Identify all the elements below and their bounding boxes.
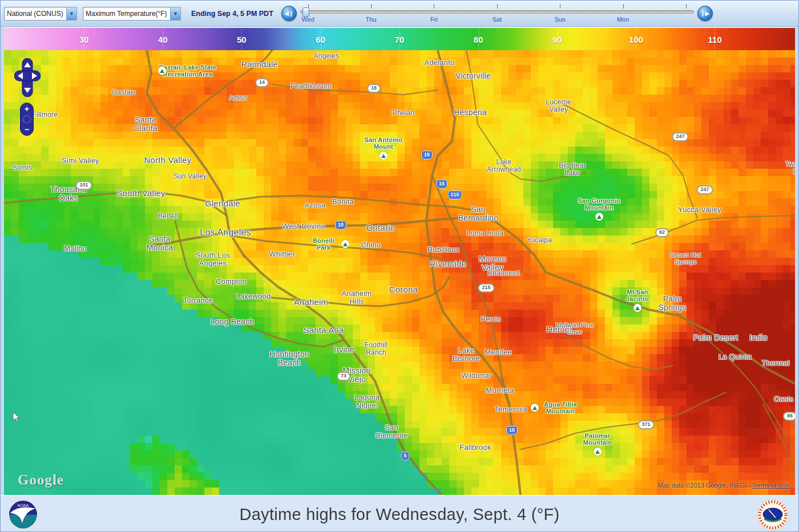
city-label-indio: Indio <box>749 334 767 342</box>
city-label-torrance: Torrance <box>183 297 213 304</box>
city-label-malibu: Malibu <box>64 245 87 253</box>
map-attribution: Map data ©2013 Google, INEGI - Terms of … <box>658 482 789 489</box>
nature-label-agua-tibia-mountain: Agua Tibia Mountain <box>544 401 577 415</box>
city-label-palmdale: Palmdale <box>241 60 278 70</box>
city-label-azusa: Azusa <box>304 201 325 209</box>
city-label-oasis: Oasis <box>774 395 793 403</box>
city-label-fallbrook: Fallbrook <box>459 444 491 452</box>
city-label-beaumont: Beaumont <box>488 270 520 277</box>
city-label-compton: Compton <box>216 278 247 286</box>
route-shield-247: 247 <box>696 185 713 194</box>
city-label-san-bernardino: San Bernardino <box>458 205 499 223</box>
legend-tick-label: 90 <box>552 34 562 44</box>
route-shield-86: 86 <box>783 412 795 421</box>
zoom-in-button[interactable]: + <box>25 105 29 112</box>
nature-label-bonelli-park: Bonelli Park <box>313 237 334 251</box>
zoom-reset-globe-icon[interactable] <box>23 115 31 123</box>
route-shield-215: 215 <box>478 283 494 293</box>
slider-day-sun: Sun <box>554 16 566 23</box>
park-icon <box>158 67 166 75</box>
element-dropdown[interactable]: Maximum Temperature(°F) ▼ <box>83 7 181 21</box>
legend-tick-label: 70 <box>394 34 404 44</box>
city-label-sun-valley: Sun Valley <box>173 173 207 180</box>
slider-tick <box>497 4 498 9</box>
city-label-whittier: Whittier <box>269 250 295 258</box>
city-label-twentynine-palms: Twentynine Palms <box>785 161 795 176</box>
zoom-out-button[interactable]: − <box>25 126 29 133</box>
chevron-down-icon[interactable]: ▼ <box>66 7 76 20</box>
city-label-hesperia: Hesperia <box>454 108 487 117</box>
city-label-idyllwild-pine-cove: Idyllwild-Pine Cove <box>556 322 594 335</box>
city-label-anaheim: Anaheim <box>294 298 329 307</box>
map-pan-control[interactable] <box>14 58 41 97</box>
terms-of-use-link[interactable]: Terms of Use <box>752 482 789 489</box>
city-label-corona: Corona <box>389 285 418 295</box>
peak-icon <box>380 152 388 160</box>
city-label-san-clemente: San Clemente <box>375 424 407 440</box>
city-label-santa-ana: Santa Ana <box>303 326 344 335</box>
legend-tick-label: 60 <box>316 34 325 44</box>
caption-banner: NOAA Daytime highs for Wednesday, Sept. … <box>1 495 798 532</box>
nature-label-san-gorgonio-mountain: San Gorgonio Mountain <box>578 197 620 211</box>
peak-icon <box>595 213 603 221</box>
interstate-shield-15: 15 <box>436 180 447 189</box>
city-label-north-valley: North Valley <box>144 156 192 165</box>
city-label-wildomar: Wildomar <box>462 372 491 380</box>
slider-tick <box>560 4 560 9</box>
city-label-ontario: Ontario <box>366 224 396 233</box>
slider-ticks <box>300 4 694 9</box>
city-label-irvine: Irvine <box>334 346 354 354</box>
step-back-button[interactable]: ◀❙ <box>281 6 297 21</box>
city-label-west-covina: West Covina <box>282 222 325 230</box>
city-label-big-bear-lake: Big Bear Lake <box>559 162 586 177</box>
city-label-laguna-niguel: Laguna Niguel <box>354 393 380 410</box>
slider-day-wed: Wed <box>301 16 314 23</box>
banner-title: Daytime highs for Wednesday, Sept. 4 (°F… <box>1 505 798 524</box>
city-label-rubidoux: Rubidoux <box>427 246 460 254</box>
slider-day-sat: Sat <box>493 16 502 23</box>
slider-day-thu: Thu <box>365 16 376 23</box>
city-label-south-valley: South Valley <box>116 189 166 198</box>
city-label-pearblossom: Pearblossom <box>290 83 332 90</box>
ending-time-label: Ending Sep 4, 5 PM PDT <box>191 10 273 18</box>
city-label-desert-hot-springs: Desert Hot Springs <box>670 251 701 265</box>
interstate-shield-15: 15 <box>506 426 518 435</box>
region-dropdown[interactable]: National (CONUS) ▼ <box>4 7 77 21</box>
google-logo[interactable]: Google <box>18 472 64 488</box>
city-label-castaic: Castaic <box>112 89 135 96</box>
slider-tick <box>434 4 434 9</box>
city-label-yucaipa: Yucaipa <box>527 237 552 244</box>
city-label-phelan: Phelan <box>393 109 415 117</box>
city-label-lakewood: Lakewood <box>236 293 271 300</box>
city-label-anaheim-hills: Anaheim Hills <box>342 290 372 306</box>
attribution-text: Map data ©2013 Google, INEGI - <box>658 482 753 489</box>
nws-logo[interactable] <box>756 498 789 531</box>
city-label-thermal: Thermal <box>761 359 789 367</box>
mouse-cursor <box>12 412 21 423</box>
map-zoom-control[interactable]: + − <box>20 103 34 136</box>
city-label-menifee: Menifee <box>485 348 512 356</box>
map-viewport[interactable]: PalmdaleAngelesPearblossomActonCastaicAd… <box>4 50 795 495</box>
city-label-angeles: Angeles <box>314 52 340 60</box>
nature-label-castaic-lake-state-recreation-area: Castaic Lake State Recreation Area <box>159 64 217 78</box>
slider-tick <box>686 4 687 9</box>
city-label-fillmore: Fillmore <box>33 111 58 119</box>
time-slider[interactable]: WedThuFriSatSunMon <box>300 2 694 25</box>
nature-label-palomar-mountain: Palomar Mountain <box>583 432 612 446</box>
interstate-shield-10: 10 <box>335 221 346 230</box>
city-label-yucca-valley: Yucca Valley <box>678 206 721 214</box>
slider-day-fri: Fri <box>430 16 438 23</box>
slider-track[interactable] <box>300 10 694 14</box>
city-label-lake-elsinore: Lake Elsinore <box>453 347 481 363</box>
legend-tick-label: 110 <box>708 34 721 44</box>
city-label-south-los-angeles: South Los Angeles <box>196 251 230 268</box>
peak-icon <box>633 304 641 312</box>
step-forward-button[interactable]: ❙▶ <box>697 6 713 21</box>
step-forward-arrow-icon: ❙▶ <box>700 10 709 17</box>
slider-day-mon: Mon <box>617 16 629 23</box>
city-label-bel-air: Bel Air <box>158 213 179 220</box>
city-label-perris: Perris <box>481 315 501 323</box>
region-dropdown-value: National (CONUS) <box>5 10 66 18</box>
step-back-arrow-icon: ◀❙ <box>284 10 293 17</box>
chevron-down-icon[interactable]: ▼ <box>170 7 180 20</box>
